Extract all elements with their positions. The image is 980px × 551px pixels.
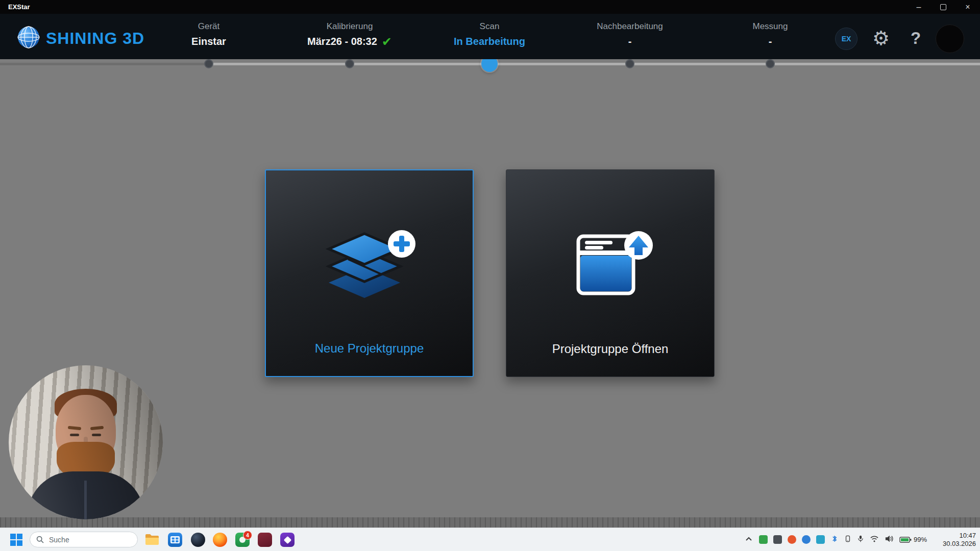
battery-icon [899, 536, 912, 544]
store-app-icon[interactable] [167, 532, 183, 548]
windows-logo-icon [10, 533, 23, 546]
card-label: Neue Projektgruppe [266, 341, 473, 356]
step-label: Kalibrierung [307, 21, 392, 32]
user-avatar[interactable] [936, 24, 964, 53]
globe-icon [17, 26, 40, 51]
step-label: Nachbearbeitung [597, 21, 663, 32]
taskbar-search[interactable] [30, 532, 138, 547]
maximize-icon [940, 4, 946, 10]
firefox-icon[interactable] [212, 532, 228, 548]
tray-icon-green[interactable] [759, 535, 768, 544]
window-controls: – × [906, 0, 980, 14]
open-project-group-card[interactable]: Projektgruppe Öffnen [506, 169, 715, 377]
microphone-icon[interactable] [857, 534, 864, 545]
clock-time: 10:47 [943, 532, 976, 540]
start-button[interactable] [9, 533, 23, 547]
progress-dot-kalibrierung[interactable] [345, 59, 354, 68]
windows-taskbar: 4 [0, 528, 980, 551]
exstar-window: EXStar – × SHINING 3D [0, 0, 980, 551]
battery-percent: 99% [914, 536, 927, 543]
dark-sphere-app-icon[interactable] [190, 532, 206, 548]
progress-dot-geraet[interactable] [204, 59, 213, 68]
search-icon [36, 536, 44, 543]
window-upload-icon [557, 227, 664, 306]
volume-icon[interactable] [885, 535, 894, 545]
minimize-button[interactable]: – [906, 0, 931, 14]
help-icon[interactable]: ? [904, 27, 927, 49]
step-value-text: März26 - 08:32 [307, 36, 377, 47]
battery-indicator[interactable]: 99% [899, 536, 927, 544]
step-label: Gerät [191, 21, 226, 32]
exmodel-button[interactable]: EX [835, 28, 857, 50]
purple-app-icon[interactable] [279, 532, 296, 548]
system-tray: 99% [744, 528, 927, 551]
step-value: März26 - 08:32 ✔ [307, 36, 392, 47]
card-label: Projektgruppe Öffnen [506, 342, 714, 356]
wifi-icon[interactable] [870, 535, 879, 544]
settings-gear-icon[interactable]: ⚙ [869, 26, 893, 51]
progress-dot-nachbearbeitung[interactable] [625, 59, 634, 68]
notifications-app-icon[interactable]: 4 [234, 532, 251, 548]
step-value: In Bearbeitung [454, 36, 525, 47]
tray-icon-red[interactable] [788, 535, 796, 544]
step-value: - [597, 36, 663, 47]
bluetooth-icon[interactable] [830, 534, 839, 545]
step-value: - [753, 36, 788, 47]
layers-plus-icon [316, 228, 423, 306]
titlebar: EXStar – × [0, 0, 980, 14]
notification-badge: 4 [243, 531, 252, 540]
brand-logo: SHINING 3D [17, 26, 144, 51]
webcam-overlay [9, 365, 163, 519]
progress-track-completed [0, 63, 209, 65]
step-label: Scan [454, 21, 525, 32]
search-input[interactable] [48, 535, 127, 544]
maroon-app-icon[interactable] [257, 532, 273, 548]
tray-chevron-icon[interactable] [744, 535, 753, 544]
tray-icon-dark[interactable] [773, 535, 782, 544]
window-title: EXStar [0, 3, 30, 11]
file-explorer-icon[interactable] [144, 532, 160, 548]
app-header: SHINING 3D Gerät Einstar Kalibrierung Mä… [0, 14, 980, 59]
step-nachbearbeitung[interactable]: Nachbearbeitung - [597, 21, 663, 47]
new-project-group-card[interactable]: Neue Projektgruppe [265, 169, 474, 377]
clock-date: 30.03.2026 [943, 540, 976, 548]
step-kalibrierung[interactable]: Kalibrierung März26 - 08:32 ✔ [307, 21, 392, 47]
taskbar-clock[interactable]: 10:47 30.03.2026 [943, 532, 976, 548]
progress-dot-messung[interactable] [766, 59, 775, 68]
step-geraet[interactable]: Gerät Einstar [191, 21, 226, 47]
check-icon: ✔ [382, 37, 392, 47]
main-area: Neue Projektgruppe Pr [0, 59, 980, 528]
tray-icon-teal[interactable] [816, 535, 825, 544]
watermark-strip [0, 517, 980, 528]
step-label: Messung [753, 21, 788, 32]
tray-icon-blue[interactable] [802, 535, 811, 544]
brand-name: SHINING 3D [46, 29, 144, 48]
maximize-button[interactable] [931, 0, 955, 14]
step-messung[interactable]: Messung - [753, 21, 788, 47]
close-button[interactable]: × [955, 0, 980, 14]
step-value: Einstar [191, 36, 226, 47]
phone-icon[interactable] [844, 534, 851, 545]
step-scan[interactable]: Scan In Bearbeitung [454, 21, 525, 47]
